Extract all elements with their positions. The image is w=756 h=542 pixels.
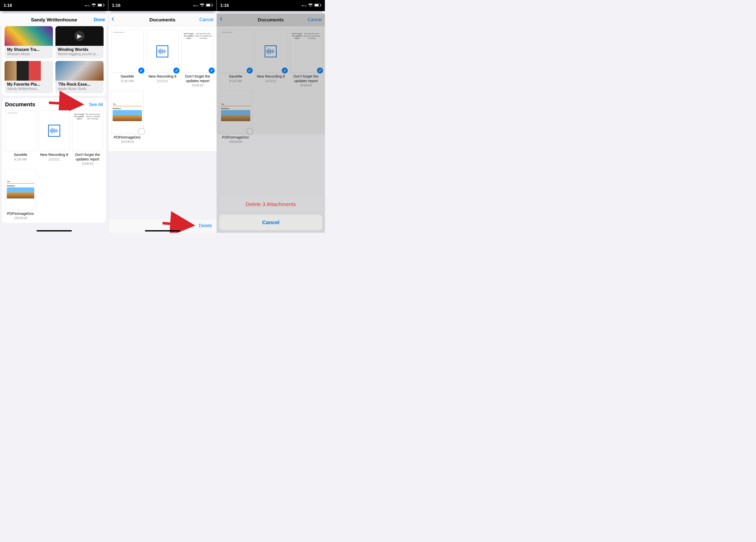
album-art xyxy=(55,61,104,81)
status-icons: ▪▫▫▫ xyxy=(193,4,213,8)
content-area: My Shazam Tra... Shazam Music ▶ Winding … xyxy=(0,26,108,233)
document-name: SaveMe xyxy=(5,153,36,157)
documents-header: Documents xyxy=(5,101,35,108)
signal-icon: ▪▫▫▫ xyxy=(193,4,198,8)
battery-icon xyxy=(314,4,321,8)
action-sheet: Delete 3 Attachments Cancel xyxy=(219,197,322,230)
document-date: 5/16/19 xyxy=(181,83,214,87)
status-bar: 1:16 ▪▫▫▫ xyxy=(0,0,108,11)
album-art xyxy=(5,26,53,46)
status-time: 1:16 xyxy=(4,3,12,8)
document-item[interactable]: New Recording 81/22/21 xyxy=(39,110,70,166)
tile-subtitle: Shazam Music xyxy=(7,52,50,56)
home-indicator[interactable] xyxy=(37,230,72,232)
tile-title: My Favorite Pla... xyxy=(7,82,50,87)
status-icons: ▪▫▫▫ xyxy=(85,4,105,8)
selection-check-empty[interactable] xyxy=(138,128,145,135)
svg-rect-27 xyxy=(315,4,319,6)
document-item[interactable]: ✓SaveMe9:16 AM xyxy=(111,30,144,87)
media-tile[interactable]: ▶ Winding Worlds World-wiggling puzzle j… xyxy=(55,26,104,58)
document-thumbnail[interactable] xyxy=(39,110,70,151)
media-tile[interactable]: '70s Rock Esse... Apple Music Rock... xyxy=(55,61,104,93)
document-date: 10/24/18 xyxy=(111,140,144,144)
nav-bar: Sandy Writtenhouse Done xyxy=(0,14,108,26)
see-all-button[interactable]: See All xyxy=(89,102,103,107)
tile-subtitle: World-wiggling puzzle journey xyxy=(58,52,101,56)
selection-check-icon[interactable]: ✓ xyxy=(138,67,145,74)
documents-grid: SaveMe9:16 AMNew Recording 81/22/21Don't… xyxy=(5,110,103,220)
svg-rect-28 xyxy=(321,5,321,6)
waveform-icon xyxy=(48,125,60,137)
status-bar: 1:16 ▪▫▫▫ xyxy=(108,0,216,11)
tile-title: My Shazam Tra... xyxy=(7,47,50,52)
svg-rect-2 xyxy=(104,5,105,6)
stacked-card-hint xyxy=(2,11,107,14)
phone-screen-2: 1:16 ▪▫▫▫ Documents Cancel ✓SaveMe9:16 A… xyxy=(108,0,217,233)
play-icon: ▶ xyxy=(74,31,84,41)
battery-icon xyxy=(206,4,213,8)
document-name: PDFtoImageDoc xyxy=(111,135,144,140)
document-thumbnail[interactable]: TitleHeading 1 xyxy=(111,91,144,134)
wifi-icon xyxy=(200,4,204,8)
document-thumbnail[interactable]: TitleHeading 1 xyxy=(5,169,36,210)
phone-screen-3: 1:16 ▪▫▫▫ Documents Cancel ✓SaveMe9:16 A… xyxy=(217,0,325,233)
status-bar: 1:16 ▪▫▫▫ xyxy=(217,0,325,11)
documents-grid: ✓SaveMe9:16 AM✓New Recording 81/22/21Don… xyxy=(111,30,214,144)
waveform-icon xyxy=(156,45,168,57)
status-time: 1:16 xyxy=(220,3,229,8)
status-icons: ▪▫▫▫ xyxy=(302,4,321,8)
video-art: ▶ xyxy=(55,26,104,46)
document-name: Don't forget the updates report xyxy=(181,74,214,83)
document-item[interactable]: TitleHeading 1PDFtoImageDoc10/24/18 xyxy=(111,91,144,144)
document-name: New Recording 8 xyxy=(146,74,179,79)
document-date: 1/22/21 xyxy=(146,79,179,83)
svg-rect-1 xyxy=(98,4,102,6)
selection-check-icon[interactable]: ✓ xyxy=(208,67,215,74)
documents-section: Documents See All SaveMe9:16 AMNew Recor… xyxy=(2,98,106,223)
phone-screen-1: 1:16 ▪▫▫▫ Sandy Writtenhouse Done My Sha… xyxy=(0,0,108,233)
status-time: 1:16 xyxy=(112,3,120,8)
tile-title: Winding Worlds xyxy=(58,47,101,52)
document-thumbnail[interactable]: ✓ xyxy=(146,30,179,73)
document-date: 9:16 AM xyxy=(5,158,36,161)
tile-title: '70s Rock Esse... xyxy=(58,82,101,87)
document-thumbnail[interactable] xyxy=(5,110,36,151)
done-button[interactable]: Done xyxy=(94,17,105,22)
document-item[interactable]: Don't forget the updates reportWe need t… xyxy=(72,110,103,166)
content-area: ✓SaveMe9:16 AM✓New Recording 81/22/21Don… xyxy=(108,26,216,233)
document-name: Don't forget the updates report xyxy=(72,153,103,162)
cancel-button[interactable]: Cancel xyxy=(199,17,213,22)
media-tile[interactable]: My Favorite Pla... Sandy Writtenhous... xyxy=(5,61,53,93)
delete-button[interactable]: Delete xyxy=(199,223,212,229)
nav-bar: Documents Cancel xyxy=(108,14,216,26)
document-item[interactable]: Don't forget the updates reportWe need t… xyxy=(181,30,214,87)
selection-check-icon[interactable]: ✓ xyxy=(173,67,180,74)
svg-rect-15 xyxy=(212,5,213,6)
action-sheet-cancel-button[interactable]: Cancel xyxy=(219,215,322,230)
document-date: 9:16 AM xyxy=(111,79,144,83)
document-thumbnail[interactable]: ✓ xyxy=(111,30,144,73)
tile-subtitle: Sandy Writtenhous... xyxy=(7,87,50,91)
document-thumbnail[interactable]: Don't forget the updates reportWe need t… xyxy=(181,30,214,73)
album-art xyxy=(5,61,53,81)
document-date: 10/24/18 xyxy=(5,216,36,220)
document-item[interactable]: TitleHeading 1PDFtoImageDoc10/24/18 xyxy=(5,169,36,220)
document-thumbnail[interactable]: Don't forget the updates reportWe need t… xyxy=(72,110,103,151)
annotation-arrow xyxy=(163,220,195,230)
document-name: New Recording 8 xyxy=(39,153,70,157)
stacked-card-hint xyxy=(218,11,323,14)
document-name: PDFtoImageDoc xyxy=(5,212,36,216)
document-item[interactable]: SaveMe9:16 AM xyxy=(5,110,36,166)
tile-subtitle: Apple Music Rock... xyxy=(58,87,101,91)
battery-icon xyxy=(98,4,105,8)
media-tile[interactable]: My Shazam Tra... Shazam Music xyxy=(5,26,53,58)
svg-rect-14 xyxy=(206,4,210,6)
delete-attachments-button[interactable]: Delete 3 Attachments xyxy=(219,197,322,212)
document-item[interactable]: ✓New Recording 81/22/21 xyxy=(146,30,179,87)
back-button[interactable] xyxy=(111,17,114,22)
wifi-icon xyxy=(308,4,313,8)
home-indicator[interactable] xyxy=(145,230,180,232)
document-date: 1/22/21 xyxy=(39,158,70,161)
nav-title: Sandy Writtenhouse xyxy=(0,17,108,23)
wifi-icon xyxy=(91,4,96,8)
